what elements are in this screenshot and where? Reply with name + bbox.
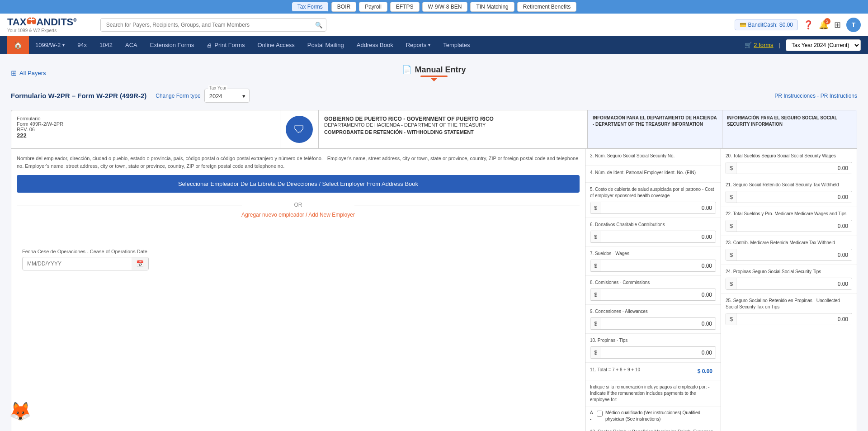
field-25-input[interactable]: $ — [726, 313, 852, 325]
form-number: Form 499R-2/W-2PR — [17, 121, 274, 127]
field-23-input[interactable]: $ — [726, 249, 852, 261]
field-24-input[interactable]: $ — [726, 278, 852, 290]
search-icon[interactable]: 🔍 — [315, 21, 323, 28]
field-11-row: 11. Total = 7 + 8 + 9 + 10 $ 0.00 — [585, 363, 721, 380]
field-6-input[interactable]: $ — [590, 231, 716, 243]
search-bar[interactable]: 🔍 — [100, 18, 326, 32]
grid-icon: ⊞ — [11, 69, 17, 77]
chevron-down-icon — [430, 78, 438, 81]
form-left-column: Nombre del empleador, dirección, ciudad … — [11, 149, 585, 431]
calendar-button[interactable]: 📅 — [132, 257, 148, 270]
field-10-value[interactable] — [601, 347, 716, 358]
nav-item-postal-mailing[interactable]: Postal Mailing — [301, 37, 350, 53]
change-form-link[interactable]: Change Form type — [156, 93, 200, 99]
field-21-input[interactable]: $ — [726, 191, 852, 203]
notifications-button[interactable]: 🔔 2 — [819, 20, 829, 30]
formulario-label: Formulario — [17, 116, 274, 121]
currency-symbol-8: $ — [590, 289, 601, 300]
checkbox-a[interactable] — [597, 411, 603, 417]
bandit-cash[interactable]: 💳 BanditCash: $0.00 — [735, 19, 798, 30]
field-5-value[interactable] — [601, 203, 716, 213]
field-20-row: 20. Total Sueldos Seguro Social Social S… — [721, 149, 857, 178]
or-divider: OR — [17, 202, 580, 208]
top-nav-tin-matching[interactable]: TIN Matching — [470, 2, 514, 12]
field-21-value[interactable] — [737, 192, 852, 203]
pr-instructions-link[interactable]: PR Instrucciones - PR Instructions — [774, 93, 857, 99]
top-nav-tax-forms[interactable]: Tax Forms — [292, 2, 329, 12]
nav-item-aca[interactable]: ACA — [119, 37, 144, 53]
nav-item-print-forms[interactable]: 🖨 Print Forms — [200, 37, 251, 53]
field-9-value[interactable] — [601, 318, 716, 329]
avatar[interactable]: T — [846, 18, 861, 32]
form-middle-column: 3. Núm. Seguro Social Social Security No… — [585, 149, 721, 431]
bandit-cash-label: BanditCash: — [748, 22, 778, 28]
form-code: 222 — [17, 132, 274, 139]
form-title-area: Formulario W-2PR – Form W-2PR (499R-2) C… — [11, 89, 250, 103]
field-7-value[interactable] — [601, 260, 716, 271]
see-instructions-link[interactable]: (See instructions) — [625, 417, 660, 422]
currency-symbol-24: $ — [726, 278, 737, 289]
dropdown-icon: ▾ — [242, 92, 245, 99]
field-5-input[interactable]: $ — [590, 202, 716, 214]
all-payers-link[interactable]: ⊞ All Payers — [11, 69, 46, 77]
field-20-value[interactable] — [737, 163, 852, 174]
nav-item-extension-forms[interactable]: Extension Forms — [144, 37, 201, 53]
form-info-block: Formulario Form 499R-2/W-2PR REV. 06 222 — [11, 110, 280, 148]
print-icon: 🖨 — [207, 42, 212, 48]
date-input[interactable] — [23, 258, 132, 270]
document-icon: 📄 — [402, 65, 412, 75]
field-6-value[interactable] — [601, 232, 716, 242]
field-10-row: 10. Propinas - Tips $ — [585, 334, 721, 363]
currency-symbol-7: $ — [590, 260, 601, 271]
field-9-row: 9. Concesiones - Allowances $ — [585, 305, 721, 334]
tax-year-select[interactable]: Tax Year 2024 (Current) — [786, 39, 861, 51]
nav-item-94x[interactable]: 94x — [71, 37, 93, 53]
doc-title: COMPROBANTE DE RETENCIÓN - WITHHOLDING S… — [324, 129, 582, 135]
nav-item-templates[interactable]: Templates — [437, 37, 476, 53]
cart-label: 2 forms — [754, 42, 773, 48]
field-11-total: 11. Total = 7 + 8 + 9 + 10 $ 0.00 — [590, 366, 716, 376]
cart-button[interactable]: 🛒 2 forms — [745, 42, 773, 48]
field-20-input[interactable]: $ — [726, 162, 852, 174]
search-input[interactable] — [100, 18, 326, 32]
help-button[interactable]: ❓ — [803, 20, 813, 30]
top-nav-bar: Tax Forms BOIR Payroll EFTPS W-9/W-8 BEN… — [0, 0, 868, 14]
nav-item-1042[interactable]: 1042 — [93, 37, 119, 53]
field-7-row: 7. Sueldos - Wages $ — [585, 247, 721, 276]
ver-instrucciones-link[interactable]: (Ver instrucciones) — [644, 410, 681, 415]
field-9-input[interactable]: $ — [590, 317, 716, 330]
field-22-input[interactable]: $ — [726, 220, 852, 232]
field-25-value[interactable] — [737, 314, 852, 325]
field-24-value[interactable] — [737, 279, 852, 289]
nav-item-reports[interactable]: Reports — [400, 37, 437, 53]
add-employer-link[interactable]: Agregar nuevo empleador / Add New Employ… — [17, 212, 580, 218]
top-nav-w9w8ben[interactable]: W-9/W-8 BEN — [422, 2, 468, 12]
main-nav: 🏠 1099/W-2 94x 1042 ACA Extension Forms … — [0, 36, 868, 54]
field-7-input[interactable]: $ — [590, 260, 716, 272]
top-nav-payroll[interactable]: Payroll — [359, 2, 387, 12]
field-22-value[interactable] — [737, 221, 852, 232]
home-button[interactable]: 🏠 — [7, 36, 29, 54]
date-input-wrap[interactable]: 📅 — [22, 257, 149, 270]
field-21-row: 21. Seguro Social Retenido Social Securi… — [721, 178, 857, 207]
top-nav-eftps[interactable]: EFTPS — [390, 2, 420, 12]
nav-item-address-book[interactable]: Address Book — [350, 37, 400, 53]
field-11-label: 11. Total = 7 + 8 + 9 + 10 — [590, 367, 640, 373]
date-label: Fecha Cese de Operaciones - Cease of Ope… — [22, 249, 574, 254]
tax-year-badge[interactable]: Tax Year 2024 ▾ — [204, 89, 250, 103]
nav-item-online-access[interactable]: Online Access — [251, 37, 301, 53]
field-25-label: 25. Seguro Social no Retenido en Propina… — [726, 298, 852, 310]
field-8-value[interactable] — [601, 289, 716, 300]
field-23-value[interactable] — [737, 250, 852, 260]
header: TAX🕶ANDITS® Your 1099 & W2 Experts 🔍 💳 B… — [0, 14, 868, 36]
top-nav-boir[interactable]: BOIR — [331, 2, 356, 12]
field-10-input[interactable]: $ — [590, 346, 716, 359]
field-3-label: 3. Núm. Seguro Social Social Security No… — [590, 153, 716, 159]
top-nav-retirement[interactable]: Retirement Benefits — [517, 2, 576, 12]
select-employer-button[interactable]: Seleccionar Empleador De La Libreta De D… — [17, 175, 580, 193]
apps-button[interactable]: ⊞ — [834, 20, 841, 30]
manual-entry-underline — [420, 76, 448, 77]
checkbox-a-row: A - Médico cualificado (Ver instruccione… — [585, 407, 721, 425]
nav-item-1099w2[interactable]: 1099/W-2 — [29, 37, 71, 53]
field-8-input[interactable]: $ — [590, 289, 716, 301]
